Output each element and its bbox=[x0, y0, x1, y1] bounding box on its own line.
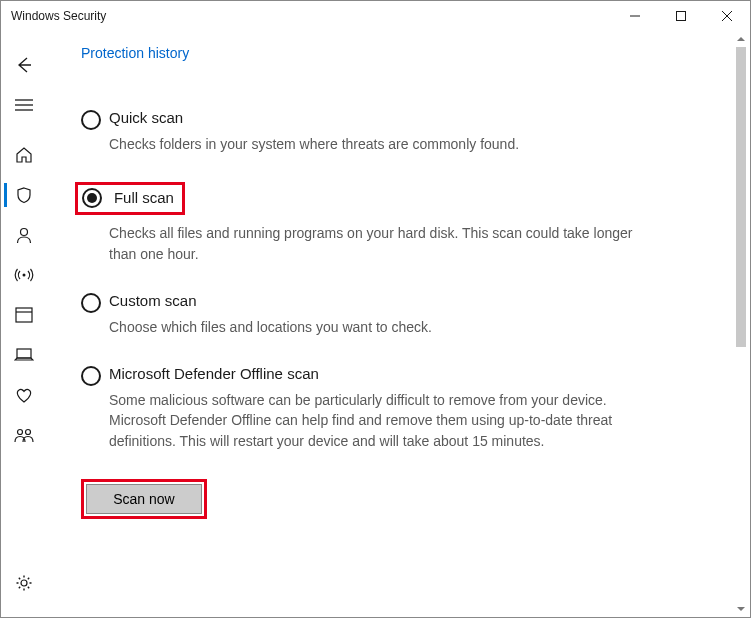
option-title: Microsoft Defender Offline scan bbox=[109, 365, 641, 382]
menu-button[interactable] bbox=[4, 85, 44, 125]
sidebar bbox=[1, 31, 47, 617]
minimize-icon bbox=[630, 11, 640, 21]
sidebar-item-family[interactable] bbox=[4, 415, 44, 455]
option-title: Custom scan bbox=[109, 292, 641, 309]
option-full-scan[interactable]: Full scan Checks all files and running p… bbox=[81, 182, 641, 264]
sidebar-item-app-browser[interactable] bbox=[4, 295, 44, 335]
svg-point-14 bbox=[21, 580, 27, 586]
titlebar: Windows Security bbox=[1, 1, 750, 31]
close-button[interactable] bbox=[704, 1, 750, 31]
svg-point-8 bbox=[23, 274, 26, 277]
scan-options: Quick scan Checks folders in your system… bbox=[81, 109, 641, 519]
minimize-button[interactable] bbox=[612, 1, 658, 31]
highlight-box: Scan now bbox=[81, 479, 207, 519]
hamburger-icon bbox=[15, 98, 33, 112]
signal-icon bbox=[14, 266, 34, 284]
option-offline-scan[interactable]: Microsoft Defender Offline scan Some mal… bbox=[81, 365, 641, 451]
option-description: Choose which files and locations you wan… bbox=[109, 317, 641, 337]
home-icon bbox=[15, 146, 33, 164]
gear-icon bbox=[15, 574, 33, 592]
laptop-icon bbox=[14, 347, 34, 363]
app-body: Protection history Quick scan Checks fol… bbox=[1, 31, 750, 617]
svg-rect-1 bbox=[677, 12, 686, 21]
sidebar-item-virus-protection[interactable] bbox=[4, 175, 44, 215]
scrollbar-thumb[interactable] bbox=[736, 47, 746, 347]
app-window: Windows Security bbox=[0, 0, 751, 618]
back-button[interactable] bbox=[4, 45, 44, 85]
window-icon bbox=[15, 307, 33, 323]
main-content: Protection history Quick scan Checks fol… bbox=[47, 31, 750, 617]
svg-point-13 bbox=[26, 430, 31, 435]
window-title: Windows Security bbox=[11, 9, 612, 23]
maximize-button[interactable] bbox=[658, 1, 704, 31]
sidebar-item-account-protection[interactable] bbox=[4, 215, 44, 255]
option-title: Quick scan bbox=[109, 109, 641, 126]
svg-point-7 bbox=[21, 229, 28, 236]
sidebar-item-firewall[interactable] bbox=[4, 255, 44, 295]
svg-rect-9 bbox=[16, 308, 32, 322]
maximize-icon bbox=[676, 11, 686, 21]
radio-custom-scan[interactable] bbox=[81, 293, 101, 313]
option-title: Full scan bbox=[114, 189, 174, 206]
option-custom-scan[interactable]: Custom scan Choose which files and locat… bbox=[81, 292, 641, 337]
protection-history-link[interactable]: Protection history bbox=[81, 31, 189, 69]
radio-quick-scan[interactable] bbox=[81, 110, 101, 130]
sidebar-item-home[interactable] bbox=[4, 135, 44, 175]
close-icon bbox=[722, 11, 732, 21]
action-row: Scan now bbox=[81, 479, 641, 519]
highlight-box: Full scan bbox=[75, 182, 185, 215]
window-controls bbox=[612, 1, 750, 31]
radio-full-scan[interactable] bbox=[82, 188, 102, 208]
option-description: Checks all files and running programs on… bbox=[109, 223, 641, 264]
back-arrow-icon bbox=[15, 56, 33, 74]
sidebar-item-device-security[interactable] bbox=[4, 335, 44, 375]
sidebar-item-device-health[interactable] bbox=[4, 375, 44, 415]
heart-icon bbox=[15, 387, 33, 403]
shield-icon bbox=[15, 186, 33, 204]
option-description: Checks folders in your system where thre… bbox=[109, 134, 641, 154]
svg-point-12 bbox=[18, 430, 23, 435]
people-icon bbox=[14, 427, 34, 443]
sidebar-item-settings[interactable] bbox=[4, 563, 44, 603]
svg-rect-11 bbox=[17, 349, 31, 358]
scan-now-button[interactable]: Scan now bbox=[86, 484, 202, 514]
scrollbar[interactable] bbox=[734, 33, 748, 615]
option-description: Some malicious software can be particula… bbox=[109, 390, 641, 451]
option-quick-scan[interactable]: Quick scan Checks folders in your system… bbox=[81, 109, 641, 154]
radio-offline-scan[interactable] bbox=[81, 366, 101, 386]
person-icon bbox=[15, 226, 33, 244]
